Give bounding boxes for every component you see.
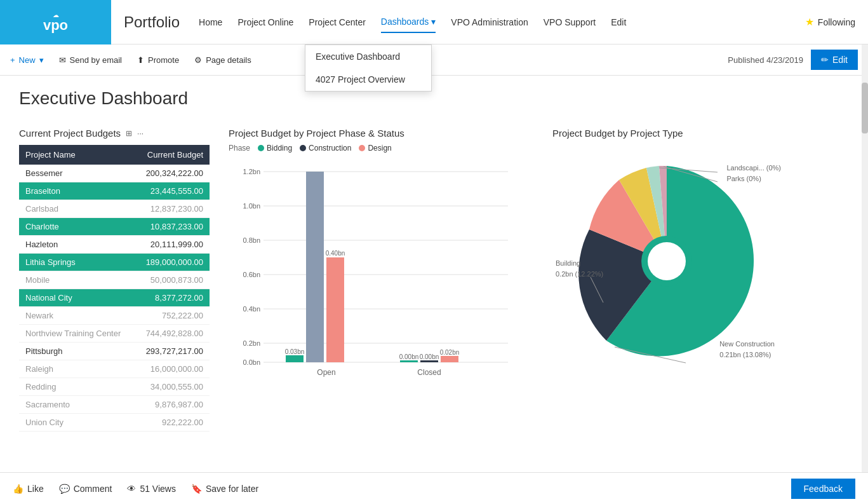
table-row: Bessemer 200,324,222.00 xyxy=(19,165,210,182)
row-budget-value: 10,837,233.00 xyxy=(135,218,210,236)
nav-dashboards[interactable]: Dashboards ▾ xyxy=(381,11,436,33)
new-button[interactable]: + New ▾ xyxy=(10,55,44,65)
svg-rect-23 xyxy=(441,356,458,362)
svg-rect-21 xyxy=(420,360,438,362)
legend-construction-dot xyxy=(300,145,306,151)
row-project-name: Union City xyxy=(19,414,135,432)
top-bar: ☁ vpo Portfolio Home Project Online Proj… xyxy=(0,0,868,44)
legend-bidding-label: Bidding xyxy=(267,144,292,153)
row-project-name: Lithia Springs xyxy=(19,254,135,271)
row-budget-value: 8,377,272.00 xyxy=(135,289,210,307)
svg-rect-14 xyxy=(286,355,304,362)
row-project-name: National City xyxy=(19,289,135,307)
table-row: Carlsbad 12,837,230.00 xyxy=(19,200,210,218)
legend-design: Design xyxy=(359,144,391,153)
edit-button[interactable]: ✏ Edit xyxy=(811,50,858,70)
row-budget-value: 34,000,555.00 xyxy=(135,378,210,396)
page-details-button[interactable]: ⚙ Page details xyxy=(194,55,251,65)
scrollbar[interactable] xyxy=(862,44,868,444)
promote-icon: ⬆ xyxy=(137,55,144,65)
table-header-row: Project Name Current Budget xyxy=(19,145,210,165)
chevron-down-icon: ▾ xyxy=(431,17,436,27)
row-budget-value: 20,111,999.00 xyxy=(135,236,210,254)
svg-text:0.6bn: 0.6bn xyxy=(243,271,260,278)
svg-rect-16 xyxy=(306,172,324,362)
nav-home[interactable]: Home xyxy=(199,12,222,32)
row-project-name: Hazleton xyxy=(19,236,135,254)
row-project-name: Mobile xyxy=(19,271,135,289)
page-title: Executive Dashboard xyxy=(19,88,849,109)
pencil-icon: ✏ xyxy=(821,55,829,65)
send-email-button[interactable]: ✉ Send by email xyxy=(59,55,122,65)
table-row: Lithia Springs 189,000,000.00 xyxy=(19,254,210,271)
star-icon: ★ xyxy=(805,16,814,28)
expand-icon[interactable]: ⊞ xyxy=(126,129,132,138)
dropdown-4027-project-overview[interactable]: 4027 Project Overview xyxy=(305,68,431,91)
bar-chart-svg: 1.2bn 1.0bn 0.8bn 0.6bn 0.4bn 0.2bn 0.0b… xyxy=(229,159,514,400)
dropdown-arrow-icon: ▾ xyxy=(39,55,44,65)
row-budget-value: 16,000,000.00 xyxy=(135,360,210,378)
row-budget-value: 752,222.00 xyxy=(135,307,210,325)
row-budget-value: 922,222.00 xyxy=(135,414,210,432)
svg-line-31 xyxy=(591,277,603,303)
dropdown-executive-dashboard[interactable]: Executive Dashboard xyxy=(305,45,431,68)
row-project-name: Braselton xyxy=(19,182,135,200)
svg-text:0.00bn: 0.00bn xyxy=(420,353,439,360)
table-row: Charlotte 10,837,233.00 xyxy=(19,218,210,236)
legend-construction-label: Construction xyxy=(309,144,351,153)
dashboards-dropdown: Executive Dashboard 4027 Project Overvie… xyxy=(305,44,432,92)
nav-project-online[interactable]: Project Online xyxy=(237,12,293,32)
pie-connectors xyxy=(552,144,781,379)
table-row: Hazleton 20,111,999.00 xyxy=(19,236,210,254)
logo-area[interactable]: ☁ vpo xyxy=(0,0,111,44)
email-icon: ✉ xyxy=(59,55,66,65)
published-text: Published 4/23/2019 xyxy=(728,55,803,65)
pie-chart-section: Project Budget by Project Type xyxy=(552,128,849,379)
promote-button[interactable]: ⬆ Promote xyxy=(137,55,179,65)
svg-text:0.8bn: 0.8bn xyxy=(243,236,260,244)
main-content: Executive Dashboard Current Project Budg… xyxy=(0,76,868,444)
svg-text:Closed: Closed xyxy=(417,368,441,377)
nav-project-center[interactable]: Project Center xyxy=(309,12,365,32)
row-project-name: Sacramento xyxy=(19,396,135,414)
table-row: Redding 34,000,555.00 xyxy=(19,378,210,396)
svg-line-30 xyxy=(664,167,718,182)
svg-line-32 xyxy=(615,347,686,363)
table-row: Braselton 23,445,555.00 xyxy=(19,182,210,200)
following-label: Following xyxy=(818,17,855,27)
toolbar-right: Published 4/23/2019 ✏ Edit xyxy=(728,50,858,70)
row-budget-value: 744,492,828.00 xyxy=(135,325,210,343)
table-row: Mobile 50,000,873.00 xyxy=(19,271,210,289)
svg-text:Open: Open xyxy=(317,368,335,377)
nav-vpo-support[interactable]: VPO Support xyxy=(544,12,596,32)
table-row: Sacramento 9,876,987.00 xyxy=(19,396,210,414)
nav-edit[interactable]: Edit xyxy=(611,12,626,32)
nav-vpo-administration[interactable]: VPO Administration xyxy=(451,12,528,32)
svg-line-29 xyxy=(659,168,718,172)
svg-text:0.00bn: 0.00bn xyxy=(399,353,419,360)
row-budget-value: 189,000,000.00 xyxy=(135,254,210,271)
scrollbar-thumb[interactable] xyxy=(862,83,868,133)
svg-text:0.2bn: 0.2bn xyxy=(243,339,260,347)
row-budget-value: 50,000,873.00 xyxy=(135,271,210,289)
plus-icon: + xyxy=(10,55,15,65)
legend-bidding: Bidding xyxy=(258,144,292,153)
row-project-name: Northview Training Center xyxy=(19,325,135,343)
row-project-name: Bessemer xyxy=(19,165,135,182)
table-row: Newark 752,222.00 xyxy=(19,307,210,325)
row-project-name: Newark xyxy=(19,307,135,325)
svg-rect-17 xyxy=(326,257,344,362)
row-project-name: Charlotte xyxy=(19,218,135,236)
budget-section-header: Current Project Budgets ⊞ ··· xyxy=(19,128,210,139)
gear-icon: ⚙ xyxy=(194,55,202,65)
bar-chart-title: Project Budget by Project Phase & Status xyxy=(229,128,533,139)
budget-section-title: Current Project Budgets xyxy=(19,128,121,139)
bar-chart-legend: Phase Bidding Construction Design xyxy=(229,144,533,153)
table-row: Northview Training Center 744,492,828.00 xyxy=(19,325,210,343)
budget-section: Current Project Budgets ⊞ ··· Project Na… xyxy=(19,128,210,432)
row-budget-value: 200,324,222.00 xyxy=(135,165,210,182)
row-project-name: Raleigh xyxy=(19,360,135,378)
more-icon[interactable]: ··· xyxy=(137,129,144,138)
portfolio-title: Portfolio xyxy=(111,13,192,31)
row-project-name: Carlsbad xyxy=(19,200,135,218)
